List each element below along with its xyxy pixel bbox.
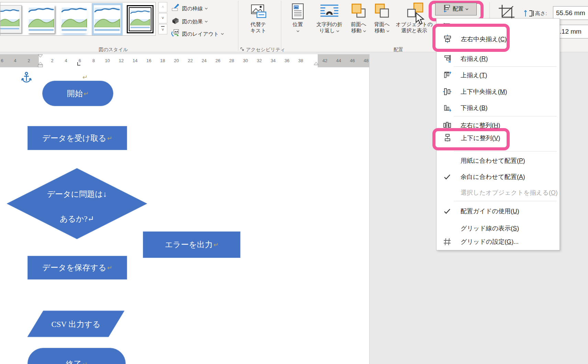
style-soft-glow-thumbnail[interactable] — [94, 5, 121, 33]
ruler-number: 34 — [271, 58, 275, 63]
wrap-text-button[interactable]: 文字列の折 り返し — [308, 1, 350, 42]
right-indent-marker[interactable] — [314, 62, 319, 65]
picture-border-button[interactable]: 図の枠線 — [171, 3, 208, 14]
arrange-dropdown-menu: 左揃え(L)左右中央揃え(C)右揃え(R)上揃え(T)上下中央揃え(M)下揃え(… — [436, 18, 560, 250]
picture-border-label: 図の枠線 — [182, 5, 203, 12]
ruler-number: 30 — [243, 58, 248, 63]
chevron-down-icon — [205, 8, 208, 10]
bring-forward-label-line1: 前面へ — [351, 21, 366, 27]
align-center-icon — [443, 34, 452, 43]
flowchart-shape-end[interactable]: 終了↵ — [27, 348, 126, 364]
checkmark-icon — [443, 207, 452, 216]
gallery-scroll: ˄ ˅ ˅ — [158, 2, 167, 35]
menu-item-align-right[interactable]: 右揃え(R) — [437, 51, 559, 67]
bring-forward-button[interactable]: 前面へ 移動 — [348, 1, 370, 42]
menu-item-align-bottom[interactable]: 下揃え(B) — [437, 100, 559, 116]
send-backward-button[interactable]: 背面へ 移動 — [371, 1, 393, 42]
shape-height-field[interactable]: 55.56 mm — [553, 6, 588, 20]
alt-text-icon — [249, 1, 267, 21]
document-page[interactable]: ↵ 開始↵データを受け取る↵データに問題は↓あるか?↵エラーを出力↵データを保存… — [0, 67, 369, 364]
menu-item-label: 上揃え(T) — [461, 71, 487, 79]
menu-separator — [454, 151, 557, 151]
arrange-button[interactable]: 配置 — [435, 3, 477, 15]
menu-item-label: グリッド線の表示(S) — [461, 224, 519, 232]
picture-effects-button[interactable]: 図の効果 — [171, 16, 208, 27]
page-edge — [369, 54, 370, 364]
menu-separator — [454, 201, 557, 201]
selection-pane-label-line2: 選択と表示 — [401, 27, 427, 34]
menu-item-label: グリッドの設定(G)... — [461, 238, 519, 246]
picture-layout-button[interactable]: 図のレイアウト — [171, 29, 224, 39]
picture-layout-icon — [171, 29, 180, 39]
send-backward-icon — [373, 1, 391, 21]
gallery-scroll-down-button[interactable]: ˅ — [158, 13, 167, 23]
ruler-number: 14 — [133, 58, 137, 63]
grid-icon — [443, 237, 452, 246]
chevron-down-icon — [221, 33, 224, 35]
flowchart-shape-receive[interactable]: データを受け取る↵ — [27, 126, 127, 150]
flowchart-shape-save[interactable]: データを保存する↵ — [27, 256, 127, 280]
position-button[interactable]: 位置 — [288, 1, 308, 42]
picture-layout-label: 図のレイアウト — [182, 31, 219, 37]
menu-item-label: 配置ガイドの使用(U) — [461, 207, 519, 215]
gallery-more-button[interactable]: ˅ — [158, 24, 167, 34]
arrange-group-label: 配置 — [394, 47, 403, 53]
ruler-number: 46 — [350, 58, 355, 63]
menu-separator — [454, 66, 557, 67]
tab-stop-marker[interactable] — [77, 62, 81, 66]
menu-item-use-align-guides[interactable]: 配置ガイドの使用(U) — [437, 203, 559, 219]
flowchart-shape-decision[interactable]: データに問題は↓あるか?↵ — [6, 168, 148, 240]
menu-item-label: 上下中央揃え(M) — [461, 88, 507, 96]
alt-text-button[interactable]: 代替テ キスト — [246, 1, 271, 42]
hanging-indent-marker[interactable] — [38, 62, 43, 67]
menu-separator — [454, 116, 557, 116]
ruler-number: 38 — [298, 58, 303, 63]
flowchart-shape-error-out[interactable]: エラーを出力↵ — [143, 231, 240, 258]
style-black-frame-thumbnail[interactable] — [127, 5, 154, 33]
ruler-number: 6 — [1, 58, 3, 63]
ruler-number: 16 — [146, 58, 151, 63]
dialog-launcher-icon[interactable] — [240, 47, 244, 52]
selection-pane-label-line1: オブジェクトの — [396, 21, 432, 27]
send-backward-label-line1: 背面へ — [374, 21, 389, 27]
position-label: 位置 — [293, 21, 303, 27]
word-window: ˄ ˅ ˅ 図の枠線 図の効果 図のレイアウト 図のスタイル — [0, 0, 588, 364]
flowchart-shape-csv-out[interactable]: CSV 出力する — [27, 310, 125, 338]
menu-item-grid-settings[interactable]: グリッドの設定(G)... — [437, 234, 559, 250]
ruler-number: 32 — [257, 58, 262, 63]
wrap-text-label-line1: 文字列の折 — [316, 21, 342, 27]
first-line-indent-marker[interactable] — [38, 54, 43, 58]
style-simple-frame-thumbnail[interactable] — [0, 5, 22, 33]
gallery-scroll-up-button[interactable]: ˄ — [158, 2, 167, 12]
align-right-icon — [443, 54, 452, 63]
picture-effects-label: 図の効果 — [182, 19, 203, 25]
menu-item-align-to-page[interactable]: 用紙に合わせて配置(P) — [437, 153, 559, 169]
chevron-down-icon — [205, 21, 208, 23]
menu-item-align-selected: 選択したオブジェクトを揃える(O) — [437, 185, 559, 201]
style-plain-shadow-thumbnail[interactable] — [28, 5, 55, 33]
picture-effects-icon — [171, 16, 180, 27]
ruler-number: 2 — [27, 58, 30, 63]
wrap-text-icon — [320, 1, 339, 21]
menu-item-label: 右揃え(R) — [461, 55, 488, 63]
style-reflection-thumbnail[interactable] — [61, 5, 88, 33]
position-icon — [291, 1, 304, 21]
picture-border-icon — [171, 3, 180, 14]
accessibility-group-label: アクセシビリティ — [240, 47, 285, 53]
picture-style-gallery[interactable] — [0, 2, 156, 36]
menu-item-align-top[interactable]: 上揃え(T) — [437, 67, 559, 83]
arrange-icon — [443, 4, 451, 14]
menu-item-align-middle[interactable]: 上下中央揃え(M) — [437, 84, 559, 100]
height-bracket-icon — [529, 10, 534, 17]
flowchart-shape-start[interactable]: 開始↵ — [42, 81, 113, 106]
selection-pane-button[interactable]: オブジェクトの 選択と表示 — [394, 1, 434, 42]
menu-item-align-to-margin[interactable]: 余白に合わせて配置(A) — [437, 169, 559, 185]
align-top-icon — [443, 71, 452, 80]
wrap-text-label-line2: り返し — [319, 27, 340, 34]
arrange-button-label: 配置 — [453, 5, 464, 13]
ruler-number: 12 — [119, 58, 124, 63]
ruler-number: 44 — [336, 58, 341, 63]
menu-item-label: 下揃え(B) — [461, 104, 487, 112]
horizontal-ruler[interactable]: 6422468101214161820222426283032343638424… — [0, 54, 369, 67]
alt-text-label-line2: キスト — [250, 27, 266, 34]
